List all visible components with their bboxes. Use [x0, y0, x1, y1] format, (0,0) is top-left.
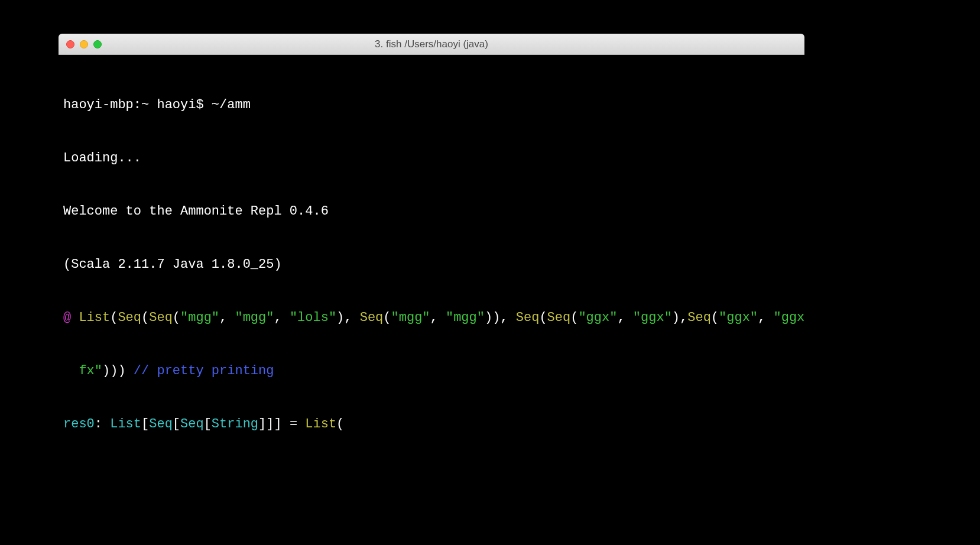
output-line: (Scala 2.11.7 Java 1.8.0_25): [63, 256, 800, 274]
repl-result-line: List(List("mgg", "mgg", "lols"), List("m…: [63, 469, 800, 471]
window-title: 3. fish /Users/haoyi (java): [59, 38, 804, 50]
output-line: Loading...: [63, 150, 800, 167]
prompt-line: haoyi-mbp:~ haoyi$ ~/amm: [63, 96, 800, 114]
zoom-button[interactable]: [93, 40, 102, 48]
terminal-window: 3. fish /Users/haoyi (java) haoyi-mbp:~ …: [59, 34, 804, 471]
repl-input-line: @ List(Seq(Seq("mgg", "mgg", "lols"), Se…: [63, 309, 800, 327]
traffic-lights: [66, 40, 102, 48]
terminal-content[interactable]: haoyi-mbp:~ haoyi$ ~/amm Loading... Welc…: [59, 55, 804, 471]
minimize-button[interactable]: [80, 40, 88, 48]
repl-result-line: res0: List[Seq[Seq[String]]] = List(: [63, 416, 800, 433]
repl-input-continuation: fx"))) // pretty printing: [63, 362, 800, 380]
window-titlebar: 3. fish /Users/haoyi (java): [59, 34, 804, 55]
close-button[interactable]: [66, 40, 74, 48]
output-line: Welcome to the Ammonite Repl 0.4.6: [63, 203, 800, 220]
